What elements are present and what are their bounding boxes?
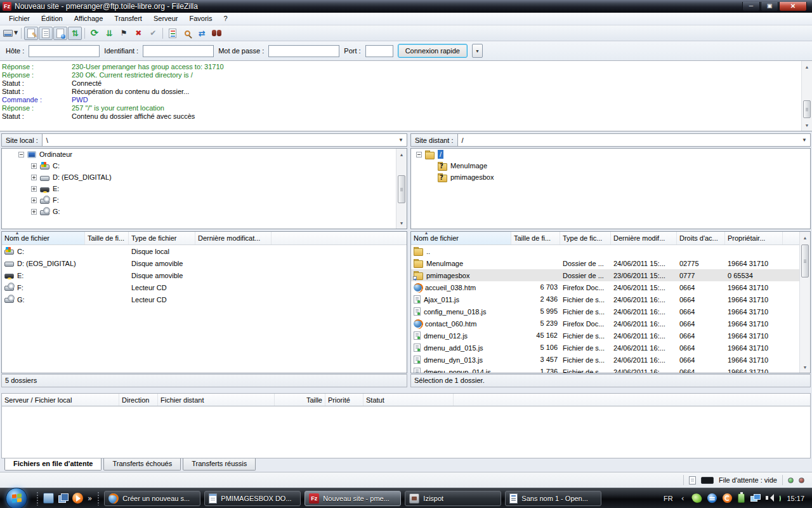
expand-icon[interactable] [31, 209, 37, 215]
file-row[interactable]: C: Disque local [2, 245, 407, 257]
column-header-modified[interactable]: Dernière modif... [611, 232, 677, 244]
file-row[interactable]: accueil_038.htm 6 703 Firefox Doc... 24/… [411, 281, 810, 293]
local-path-value[interactable]: \ [43, 134, 395, 146]
tray-messenger-icon[interactable] [707, 493, 717, 503]
combo-dropdown-icon[interactable]: ▼ [395, 134, 407, 146]
toggle-remote-tree-button[interactable] [53, 27, 67, 40]
file-row-parent-dir[interactable]: .. [411, 245, 810, 257]
queue-col-local-file[interactable]: Serveur / Fichier local [2, 394, 119, 406]
column-header-size[interactable]: Taille de fi... [85, 232, 129, 244]
tree-item-ordinateur[interactable]: Ordinateur [2, 149, 407, 160]
file-row[interactable]: dmenu_dyn_013.js 3 457 Fichier de s... 2… [411, 354, 810, 366]
refresh-button[interactable]: ⟳ [88, 27, 102, 40]
tree-item-pmimagesbox[interactable]: ? pmimagesbox [411, 171, 810, 183]
tree-item-drive-g[interactable]: G: [2, 206, 407, 217]
scrollbar-thumb[interactable] [801, 244, 809, 277]
close-button[interactable]: ✕ [779, 2, 807, 11]
menu-edition[interactable]: Édition [36, 13, 69, 25]
tree-item-drive-d[interactable]: D: (EOS_DIGITAL) [2, 171, 407, 183]
taskbar-button-firefox[interactable]: Créer un nouveau s... [104, 491, 200, 506]
directory-comparison-button[interactable] [180, 27, 194, 40]
directory-filters-button[interactable] [166, 27, 180, 40]
queue-col-remote-file[interactable]: Fichier distant [158, 394, 275, 406]
scroll-up-icon[interactable]: ▲ [802, 62, 812, 72]
column-header-type[interactable]: Type de fic... [560, 232, 611, 244]
remote-path-value[interactable]: / [458, 134, 799, 146]
column-header-owner[interactable]: Propriétair... [725, 232, 783, 244]
language-indicator[interactable]: FR [664, 495, 673, 502]
scroll-up-icon[interactable]: ▲ [800, 232, 810, 243]
tab-failed-transfers[interactable]: Transferts échoués [103, 458, 181, 471]
show-desktop-icon[interactable] [43, 493, 54, 504]
file-row[interactable]: Ajax_011.js 2 436 Fichier de s... 24/06/… [411, 293, 810, 305]
expand-icon[interactable] [31, 197, 37, 203]
menu-transfert[interactable]: Transfert [108, 13, 148, 25]
host-input[interactable] [29, 45, 100, 57]
file-row[interactable]: F: Lecteur CD [2, 281, 407, 293]
file-row[interactable]: MenuImage Dossier de ... 24/06/2011 15:.… [411, 257, 810, 269]
menu-serveur[interactable]: Serveur [148, 13, 184, 25]
toggle-local-tree-button[interactable] [39, 27, 53, 40]
taskbar-button-izispot[interactable]: Izispot [405, 491, 501, 506]
log-scrollbar[interactable]: ▲ ▼ [801, 61, 812, 131]
collapse-icon[interactable] [416, 152, 422, 157]
scrollbar-thumb[interactable] [803, 100, 811, 118]
tray-expand-chevron[interactable]: ‹ [681, 494, 684, 503]
queue-col-priority[interactable]: Priorité [325, 394, 363, 406]
quickconnect-button[interactable]: Connexion rapide [398, 44, 468, 58]
menu-affichage[interactable]: Affichage [69, 13, 109, 25]
tray-updater-icon[interactable] [723, 493, 732, 503]
taskband-grip[interactable] [97, 491, 100, 505]
tray-leaf-icon[interactable] [691, 492, 704, 504]
tray-volume-icon[interactable] [766, 493, 775, 503]
menu-fichier[interactable]: Fichier [3, 13, 36, 25]
tree-item-drive-f[interactable]: F: [2, 194, 407, 206]
start-button[interactable] [6, 488, 27, 508]
menu-aide[interactable]: ? [218, 13, 233, 25]
switch-windows-icon[interactable] [58, 493, 69, 504]
queue-inactive-light-icon[interactable] [799, 478, 804, 483]
tree-item-drive-e[interactable]: E: [2, 183, 407, 194]
scroll-up-icon[interactable]: ▲ [396, 149, 407, 159]
file-row[interactable]: contact_060.htm 5 239 Firefox Doc... 24/… [411, 318, 810, 330]
file-row[interactable]: dmenu_add_015.js 5 106 Fichier de s... 2… [411, 342, 810, 354]
reconnect-button[interactable]: ✔ [146, 27, 160, 40]
port-input[interactable] [365, 45, 393, 57]
user-input[interactable] [143, 45, 214, 57]
toggle-message-log-button[interactable] [24, 27, 38, 40]
column-header-permissions[interactable]: Droits d'ac... [677, 232, 725, 244]
taskbar-button-filezilla[interactable]: Fz Nouveau site - pme... [304, 491, 401, 506]
file-row[interactable]: G: Lecteur CD [2, 293, 407, 305]
restore-button[interactable]: ▣ [761, 2, 778, 11]
column-header-name[interactable]: Nom de fichier [2, 232, 85, 244]
disconnect-button[interactable]: ✖ [131, 27, 145, 40]
scroll-down-icon[interactable]: ▼ [396, 218, 407, 228]
taskbar-clock[interactable]: 15:17 [787, 495, 804, 502]
taskbar-button-notepad[interactable]: PMIMAGESBOX DO... [204, 491, 301, 506]
column-header-modified[interactable]: Dernière modificat... [195, 232, 272, 244]
combo-dropdown-icon[interactable]: ▼ [799, 134, 810, 146]
column-header-size[interactable]: Taille de fi... [511, 232, 560, 244]
encryption-badge-icon[interactable] [701, 477, 714, 484]
site-manager-button[interactable]: ▼ [3, 27, 18, 40]
file-row[interactable]: D: (EOS_DIGITAL) Disque amovible [2, 257, 407, 269]
media-player-icon[interactable] [72, 493, 83, 504]
tab-queued-files[interactable]: Fichiers en file d'attente [4, 458, 102, 471]
file-row-selected[interactable]: pmimagesbox Dossier de ... 23/06/2011 15… [411, 269, 810, 281]
synchronized-browsing-button[interactable]: ⇄ [195, 27, 209, 40]
quickconnect-dropdown[interactable]: ▼ [472, 44, 483, 58]
expand-icon[interactable] [31, 175, 37, 180]
file-row[interactable]: config_menu_018.js 5 995 Fichier de s...… [411, 305, 810, 318]
transfer-type-icon[interactable] [689, 476, 696, 485]
collapse-icon[interactable] [18, 152, 24, 157]
queue-col-status[interactable]: Statut [363, 394, 454, 406]
find-files-button[interactable] [209, 27, 223, 40]
queue-active-light-icon[interactable] [788, 478, 794, 483]
scroll-down-icon[interactable]: ▼ [800, 362, 810, 372]
tree-item-drive-c[interactable]: C: [2, 160, 407, 171]
quicklaunch-overflow-chevron[interactable]: » [88, 494, 92, 503]
tray-network-icon[interactable] [750, 493, 760, 503]
cancel-operation-button[interactable]: ⚑ [117, 27, 131, 40]
queue-col-size[interactable]: Taille [275, 394, 325, 406]
file-row[interactable]: dmenu_012.js 45 162 Fichier de s... 24/0… [411, 330, 810, 342]
